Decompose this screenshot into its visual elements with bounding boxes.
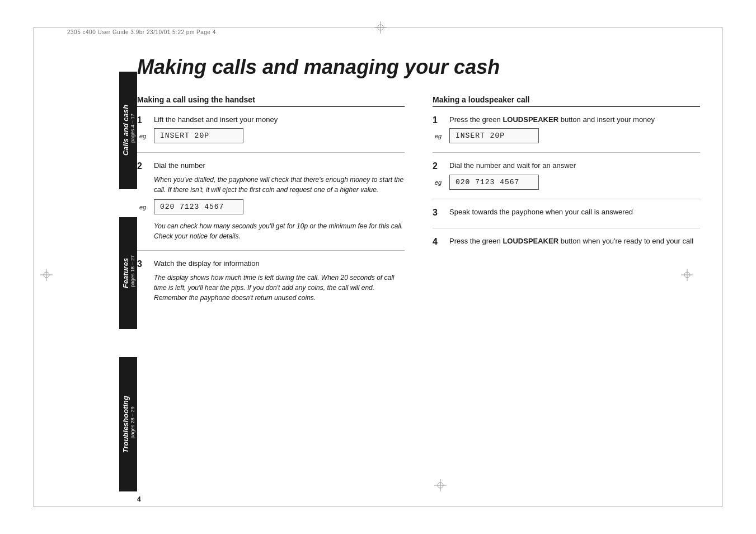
step-number-2: 2 (137, 161, 148, 172)
tab-troubleshooting-pages: pages 28 – 29 (130, 396, 135, 449)
eg-display-1: INSERT 20P (154, 128, 243, 143)
right-step-number-1: 1 (433, 115, 444, 127)
right-step-3-text: Speak towards the payphone when your cal… (449, 207, 633, 217)
sidebar-tab-troubleshooting: Troubleshooting pages 28 – 29 (119, 357, 137, 491)
eg-display-2: 020 7123 4567 (154, 199, 243, 214)
tab-features-title: Features (121, 255, 130, 291)
tab-calls-title: Calls and cash (121, 105, 130, 156)
right-divider-1 (433, 152, 700, 153)
right-step-1-text: Press the green LOUDSPEAKER button and i… (449, 115, 655, 125)
left-step-2: 2 Dial the number When you've dialled, t… (137, 161, 405, 241)
right-eg-label-2: eg (435, 179, 445, 186)
divider-1 (137, 152, 405, 153)
right-eg-display-1: INSERT 20P (449, 128, 539, 143)
sidebar-tab-calls: Calls and cash pages 4 – 17 (119, 72, 137, 189)
eg-label-1: eg (139, 133, 149, 139)
page-title: Making calls and managing your cash (137, 56, 700, 78)
right-step-2-text: Dial the number and wait for an answer (449, 161, 576, 171)
step-2-italic-2: You can check how many seconds you'll ge… (154, 221, 405, 241)
sidebar: Calls and cash pages 4 – 17 Features pag… (34, 27, 137, 507)
right-step-4-text: Press the green LOUDSPEAKER button when … (449, 236, 693, 246)
right-divider-2 (433, 199, 700, 199)
loudspeaker-bold-4: LOUDSPEAKER (503, 237, 558, 245)
tab-troubleshooting-title: Troubleshooting (121, 396, 130, 453)
right-eg-display-2: 020 7123 4567 (449, 175, 539, 190)
left-step-1: 1 Lift the handset and insert your money… (137, 115, 405, 144)
right-step-1: 1 Press the green LOUDSPEAKER button and… (433, 115, 700, 144)
page-number: 4 (137, 495, 141, 503)
right-eg-label-1: eg (435, 133, 445, 139)
tab-features-pages: pages 18 – 27 (130, 255, 135, 287)
right-step-number-4: 4 (433, 236, 444, 248)
right-divider-3 (433, 228, 700, 228)
right-eg-row-2: eg 020 7123 4567 (435, 175, 700, 190)
left-column: Making a call using the handset 1 Lift t… (137, 95, 405, 312)
right-step-number-3: 3 (433, 207, 444, 219)
right-section-heading: Making a loudspeaker call (433, 95, 700, 107)
step-number-1: 1 (137, 115, 148, 127)
left-step-3: 3 Watch the display for information The … (137, 259, 405, 303)
step-3-text: Watch the display for information (154, 259, 260, 269)
eg-row-1: eg INSERT 20P (139, 128, 405, 143)
step-1-text: Lift the handset and insert your money (154, 115, 278, 125)
left-section-heading: Making a call using the handset (137, 95, 405, 107)
right-eg-row-1: eg INSERT 20P (435, 128, 700, 143)
right-step-number-2: 2 (433, 161, 444, 172)
step-number-3: 3 (137, 259, 148, 270)
sidebar-tab-features: Features pages 18 – 27 (119, 217, 137, 329)
right-column: Making a loudspeaker call 1 Press the gr… (433, 95, 700, 312)
eg-label-2: eg (139, 204, 149, 210)
crosshair-top (374, 21, 382, 29)
right-step-4: 4 Press the green LOUDSPEAKER button whe… (433, 236, 700, 248)
main-content: Making calls and managing your cash Maki… (137, 34, 700, 489)
loudspeaker-bold-1: LOUDSPEAKER (503, 115, 558, 124)
page-border-right (722, 27, 722, 507)
step-2-text: Dial the number (154, 161, 205, 171)
eg-row-2: eg 020 7123 4567 (139, 199, 405, 214)
right-step-2: 2 Dial the number and wait for an answer… (433, 161, 700, 190)
tab-calls-pages: pages 4 – 17 (130, 105, 135, 152)
content-columns: Making a call using the handset 1 Lift t… (137, 95, 700, 312)
right-step-3: 3 Speak towards the payphone when your c… (433, 207, 700, 219)
step-2-italic-1: When you've dialled, the payphone will c… (154, 175, 405, 195)
divider-2 (137, 250, 405, 251)
step-3-italic: The display shows how much time is left … (154, 273, 405, 303)
